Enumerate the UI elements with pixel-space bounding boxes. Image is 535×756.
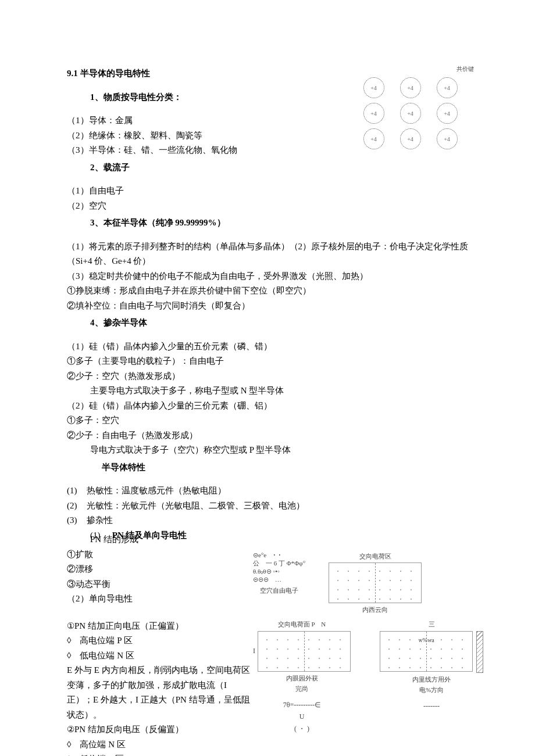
- text-paragraph: E 外与 E 内方向相反，削弱内电场，空间电荷区变薄，多子的扩散加强，形成扩散电…: [67, 663, 253, 722]
- equation-text: 7θ=---------∈ U ( ・ ): [253, 699, 351, 734]
- text-line: （2）空穴: [67, 199, 474, 214]
- text-line: ②PN 结加反向电压（反偏置）: [67, 722, 253, 737]
- text-line: ①多子（主要导电的载粒子）：自由电子: [67, 354, 474, 369]
- list-number: (3): [67, 513, 87, 528]
- text-line: ◊ 高位端 N 区: [67, 737, 253, 753]
- list-text: 光敏性：光敏元件（光敏电阻、二极管、三极管、电池）: [87, 501, 305, 510]
- pn-divider-icon: [375, 563, 376, 603]
- space-charge-box: [329, 562, 422, 603]
- atom-icon: +4: [363, 103, 384, 124]
- text-line: ②少子：空穴（热激发形成）: [67, 369, 474, 384]
- charge-glyphs: ⊝e°e ･ ･ 公 一 6 丁 Φ*Φφ° θ.θ₀θ⊝ ◦•◦ ⊝⊝⊝ …: [253, 551, 305, 584]
- figure-caption: 三: [380, 619, 483, 630]
- text-line: ◊ 低位端 P 区: [67, 752, 253, 756]
- reverse-bias-box: w%wa: [380, 631, 473, 672]
- figure-caption: 交向电荷面 P N: [253, 619, 351, 630]
- atom-icon: +4: [363, 77, 384, 98]
- bond-label: 共价键: [358, 64, 474, 74]
- list-number: (2): [67, 499, 87, 514]
- text-line: ◊ 低电位端 N 区: [67, 648, 253, 664]
- list-text: 掺杂性: [87, 515, 113, 525]
- pn-formation-figure: ⊝e°e ･ ･ 公 一 6 丁 Φ*Φφ° θ.θ₀θ⊝ ◦•◦ ⊝⊝⊝ … …: [253, 547, 474, 619]
- text-line: 导电方式取决于多子（空穴）称空穴型或 P 型半导体: [67, 443, 474, 458]
- atom-icon: +4: [437, 103, 458, 124]
- equation-text: -------: [380, 700, 483, 712]
- figure-caption: 内西云向: [329, 604, 422, 615]
- text-line: （1）将元素的原子排列整齐时的结构（单晶体与多晶体）（2）原子核外层的电子：价电…: [67, 239, 474, 269]
- pn-subtitle: PN 结的形成: [67, 532, 474, 547]
- atom-icon: +4: [400, 128, 421, 149]
- heading-2: 2、载流子: [67, 160, 474, 175]
- pn-divider-icon: [304, 632, 305, 671]
- atom-icon: +4: [400, 103, 421, 124]
- atom-icon: +4: [400, 77, 421, 98]
- list-number: (1): [67, 483, 87, 499]
- text-line: (1)热敏性：温度敏感元件（热敏电阻）: [67, 483, 474, 499]
- text-line: (2)光敏性：光敏元件（光敏电阻、二极管、三极管、电池）: [67, 499, 474, 514]
- text-line: （2）硅（错）晶体内掺入少量的三价元素（硼、铝）: [67, 399, 474, 414]
- resistor-icon: [476, 631, 483, 673]
- atom-icon: +4: [437, 128, 458, 149]
- text-line: (3)掺杂性: [67, 513, 474, 528]
- atom-icon: +4: [437, 77, 458, 98]
- inner-label: w%wa: [418, 635, 434, 645]
- text-line: （3）稳定时共价健中的价电子不能成为自由电子，受外界激发（光照、加热）: [67, 269, 474, 284]
- heading-semiconductor-props: 半导体特性: [67, 460, 474, 475]
- current-label: I: [253, 645, 255, 657]
- text-line: 主要导电方式取决于多子，称电子型或 N 型半导体: [67, 384, 474, 399]
- atom-icon: +4: [363, 128, 384, 149]
- text-line: （1）自由电子: [67, 184, 474, 199]
- forward-bias-box: [258, 631, 351, 672]
- heading-3: 3、本征半导体（纯净 99.99999%）: [67, 216, 474, 231]
- text-line: ②填补空位：自由电子与穴同时消失（即复合）: [67, 299, 474, 314]
- figure-caption: 交向电荷区: [329, 551, 422, 562]
- text-line: ◊ 高电位端 P 区: [67, 633, 253, 648]
- figure-caption: 空穴自由电子: [253, 585, 305, 596]
- figure-caption: 内里线方用外 电%方向: [380, 674, 483, 696]
- figure-caption: 内眼园外获 完尚: [253, 673, 351, 694]
- lattice-grid: +4 +4 +4 +4 +4 +4 +4 +4 +4: [358, 74, 474, 153]
- heading-4: 4、掺杂半导体: [67, 316, 474, 331]
- pn-bias-figure: 交向电荷面 P N I 内眼园外获 完尚 7θ=---------∈ U ( ・…: [253, 619, 474, 734]
- text-line: ①挣脱束缚：形成自由电子并在原共价键中留下空位（即空穴）: [67, 284, 474, 299]
- text-line: （1）硅（错）晶体内掺入少量的五价元素（磷、错）: [67, 339, 474, 354]
- list-text: 热敏性：温度敏感元件（热敏电阻）: [87, 486, 226, 495]
- covalent-lattice-figure: 共价键 +4 +4 +4 +4 +4 +4 +4 +4 +4: [358, 64, 474, 153]
- text-line: ②少子：自由电子（热激发形成）: [67, 428, 474, 443]
- text-line: ①PN 结加正向电压（正偏置）: [67, 619, 253, 634]
- text-line: ①多子：空穴: [67, 413, 474, 428]
